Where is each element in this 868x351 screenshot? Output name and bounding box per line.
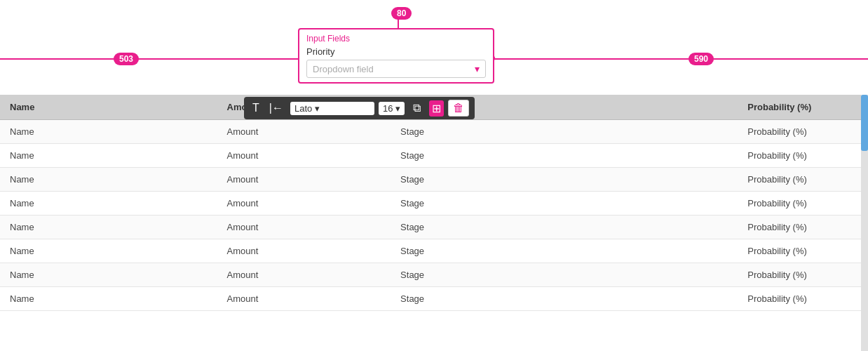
align-icon: |← xyxy=(269,102,283,114)
cell-name: Name xyxy=(0,168,217,192)
col-header-name: Name xyxy=(0,95,217,120)
cell-blank xyxy=(564,263,738,287)
table-row: Name Amount Stage Probability (%) xyxy=(0,168,868,192)
cell-blank xyxy=(564,216,738,239)
cell-amount: Amount xyxy=(217,168,391,192)
cell-probability: Probability (%) xyxy=(738,287,868,311)
cell-stage: Stage xyxy=(391,168,564,192)
cell-amount: Amount xyxy=(217,120,391,144)
priority-field-label: Priority xyxy=(306,46,486,57)
cell-amount: Amount xyxy=(217,287,391,311)
cell-probability: Probability (%) xyxy=(738,192,868,216)
cell-blank xyxy=(564,144,738,168)
cell-amount: Amount xyxy=(217,144,391,168)
cell-stage: Stage xyxy=(391,287,564,311)
cell-name: Name xyxy=(0,144,217,168)
cell-probability: Probability (%) xyxy=(738,216,868,239)
table-row: Name Amount Stage Probability (%) xyxy=(0,144,868,168)
cell-stage: Stage xyxy=(391,192,564,216)
link-button[interactable]: ⧉ xyxy=(409,100,425,116)
table-row: Name Amount Stage Probability (%) xyxy=(0,216,868,239)
cell-amount: Amount xyxy=(217,216,391,239)
badge-590: 590 xyxy=(689,53,714,65)
cell-blank xyxy=(564,120,738,144)
image-icon: ⊞ xyxy=(432,102,441,115)
cell-blank xyxy=(564,168,738,192)
text-icon: T xyxy=(252,102,259,114)
input-fields-popup: Input Fields Priority Dropdown field ▾ xyxy=(298,28,494,84)
font-family-select[interactable]: Lato ▾ xyxy=(290,102,374,115)
image-button[interactable]: ⊞ xyxy=(429,100,444,117)
font-size-select[interactable]: 16 ▾ xyxy=(379,102,405,115)
text-format-button[interactable]: T xyxy=(250,100,262,116)
table-row: Name Amount Stage Probability (%) xyxy=(0,120,868,144)
cell-probability: Probability (%) xyxy=(738,263,868,287)
cell-stage: Stage xyxy=(391,216,564,239)
chevron-down-icon: ▾ xyxy=(315,103,320,114)
col-header-probability: Probability (%) xyxy=(738,95,868,120)
cell-name: Name xyxy=(0,120,217,144)
data-table: Name Amo... Stage Probability (%) Name A… xyxy=(0,95,868,351)
cell-amount: Amount xyxy=(217,192,391,216)
top-area: 80 503 590 Input Fields Priority Dropdow… xyxy=(0,0,868,84)
cell-name: Name xyxy=(0,216,217,239)
font-size-label: 16 xyxy=(383,103,393,114)
chevron-down-icon: ▾ xyxy=(395,103,400,114)
cell-amount: Amount xyxy=(217,239,391,263)
table-row: Name Amount Stage Probability (%) xyxy=(0,287,868,311)
cell-probability: Probability (%) xyxy=(738,239,868,263)
cell-probability: Probability (%) xyxy=(738,168,868,192)
cell-stage: Stage xyxy=(391,263,564,287)
align-button[interactable]: |← xyxy=(266,100,286,116)
formatting-toolbar: T |← Lato ▾ 16 ▾ ⧉ ⊞ 🗑 xyxy=(244,97,475,119)
badge-503: 503 xyxy=(114,53,139,65)
cell-probability: Probability (%) xyxy=(738,144,868,168)
cell-stage: Stage xyxy=(391,120,564,144)
scrollbar-track[interactable] xyxy=(861,95,868,351)
cell-stage: Stage xyxy=(391,239,564,263)
chevron-down-icon: ▾ xyxy=(475,63,480,74)
input-fields-label: Input Fields xyxy=(306,34,486,44)
cell-name: Name xyxy=(0,192,217,216)
cell-stage: Stage xyxy=(391,144,564,168)
table-row: Name Amount Stage Probability (%) xyxy=(0,239,868,263)
font-family-label: Lato xyxy=(294,103,312,114)
col-header-blank xyxy=(564,95,738,120)
cell-amount: Amount xyxy=(217,263,391,287)
cell-blank xyxy=(564,239,738,263)
cell-name: Name xyxy=(0,287,217,311)
trash-icon: 🗑 xyxy=(453,102,464,114)
scrollbar-thumb[interactable] xyxy=(861,95,868,151)
table-row: Name Amount Stage Probability (%) xyxy=(0,263,868,287)
cell-name: Name xyxy=(0,239,217,263)
link-icon: ⧉ xyxy=(413,102,421,114)
table-row: Name Amount Stage Probability (%) xyxy=(0,192,868,216)
dropdown-field[interactable]: Dropdown field ▾ xyxy=(306,60,486,78)
delete-button[interactable]: 🗑 xyxy=(448,100,469,117)
cell-name: Name xyxy=(0,263,217,287)
cell-probability: Probability (%) xyxy=(738,120,868,144)
cell-blank xyxy=(564,192,738,216)
cell-blank xyxy=(564,287,738,311)
dropdown-placeholder: Dropdown field xyxy=(313,64,374,74)
badge-80: 80 xyxy=(391,7,412,20)
